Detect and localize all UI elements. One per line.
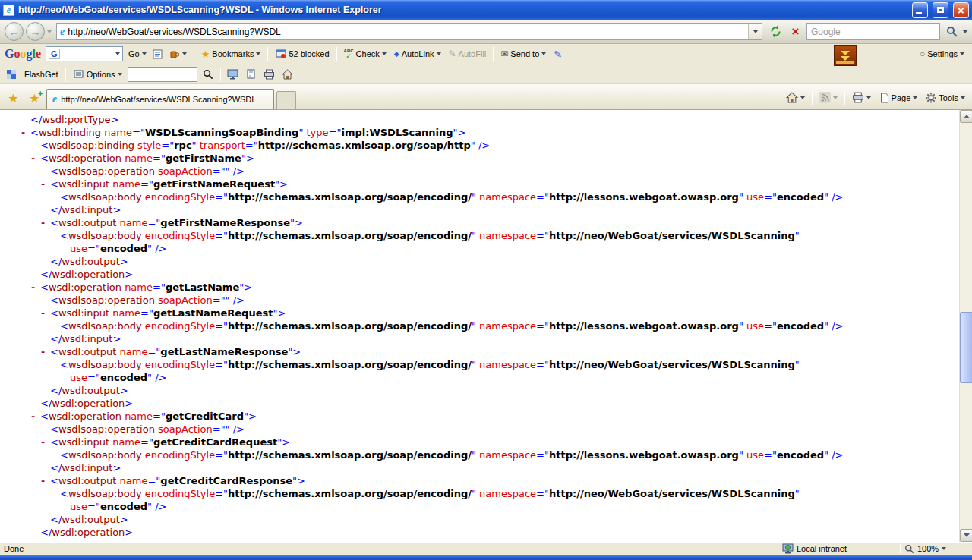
settings-ring-icon: ○ <box>920 49 925 58</box>
settings-button[interactable]: ○Settings <box>920 49 967 58</box>
home-button[interactable] <box>280 67 295 82</box>
tab-active[interactable]: e http://neo/WebGoat/services/WSDLScanni… <box>46 89 274 109</box>
scroll-up-button[interactable] <box>960 110 972 123</box>
notebook-icon[interactable] <box>152 49 163 59</box>
toolbar-separator <box>267 47 268 61</box>
spellcheck-button[interactable]: ABC✓Check <box>342 47 389 61</box>
status-text: Done <box>4 544 667 553</box>
feeds-button[interactable] <box>816 90 841 105</box>
xml-line: -<wsdl:output name="getCreditCardRespons… <box>0 474 959 487</box>
bookmarks-star-icon: ★ <box>201 49 210 59</box>
collapse-marker[interactable]: - <box>40 307 50 320</box>
pen-icon: ✎ <box>554 49 562 60</box>
send-to-envelope-icon: ✉ <box>500 49 508 59</box>
home-menu-button[interactable] <box>783 90 808 105</box>
minimize-button[interactable] <box>912 2 928 18</box>
print-menu-button[interactable] <box>849 90 874 105</box>
collapse-marker[interactable]: - <box>40 436 50 449</box>
printer-icon <box>852 92 864 103</box>
search-options-dropdown[interactable] <box>963 30 967 33</box>
vertical-scrollbar[interactable] <box>959 110 972 542</box>
xml-line: </wsdl:output> <box>0 513 959 526</box>
toolbar-separator <box>493 47 494 61</box>
google-search-dropdown[interactable] <box>115 52 120 55</box>
xml-line: -<wsdl:output name="getLastNameResponse"… <box>0 345 959 358</box>
google-logo[interactable]: Google <box>5 48 41 60</box>
xml-line: <wsdlsoap:body encodingStyle="http://sch… <box>0 229 959 242</box>
back-button[interactable]: ← <box>5 22 24 41</box>
page-icon <box>879 93 889 103</box>
collapse-marker[interactable]: - <box>21 127 30 140</box>
recent-pages-dropdown[interactable] <box>47 30 52 33</box>
download-list-button[interactable] <box>244 67 259 82</box>
collapse-marker[interactable]: - <box>30 282 40 294</box>
address-dropdown-button[interactable] <box>748 24 762 39</box>
search-button[interactable] <box>942 23 961 40</box>
flashget-drop-target[interactable] <box>834 45 857 66</box>
favorites-star-icon: ★ <box>8 93 18 105</box>
refresh-button[interactable] <box>767 23 784 40</box>
bookmarks-button[interactable]: ★Bookmarks <box>199 48 264 61</box>
magnifier-icon <box>203 69 213 80</box>
flashget-progress-strip <box>836 61 854 64</box>
status-separator <box>778 544 778 553</box>
home-icon <box>786 92 798 103</box>
highlighter-button[interactable]: ✎ <box>551 47 564 61</box>
xml-line: <wsdlsoap:operation soapAction="" /> <box>0 294 959 307</box>
zoom-level: 100% <box>917 544 939 553</box>
collapse-marker[interactable]: - <box>30 153 40 165</box>
xml-line: <wsdlsoap:body encodingStyle="http://sch… <box>0 487 959 500</box>
collapse-marker[interactable]: - <box>40 475 50 488</box>
home-icon <box>282 69 293 80</box>
autolink-button[interactable]: ◆AutoLink <box>392 48 443 60</box>
tools-menu-button[interactable]: Tools <box>923 91 968 105</box>
send-to-button[interactable]: ✉Send to <box>498 47 548 61</box>
favorites-center-button[interactable]: ★ <box>4 89 23 108</box>
popup-blocker-button[interactable]: 52 blocked <box>273 47 331 61</box>
xml-line: use="encoded" /> <box>0 500 959 513</box>
flashget-toolbar: FlashGet Options <box>0 64 972 84</box>
flashget-search-button[interactable] <box>200 67 216 82</box>
scrollbar-thumb[interactable] <box>960 312 972 383</box>
toolbar-separator <box>220 68 221 81</box>
ie-page-icon: e <box>3 5 14 16</box>
page-menu-button[interactable]: Page <box>876 91 921 105</box>
command-bar: Page Tools <box>783 87 968 108</box>
address-text[interactable]: http://neo/WebGoat/services/WSDLScanning… <box>68 27 745 37</box>
search-box[interactable]: Google <box>806 23 940 40</box>
google-search-input[interactable]: G <box>46 46 123 61</box>
download-list-icon <box>246 69 257 80</box>
zoom-control[interactable]: 100% <box>904 544 968 554</box>
tab-bar: ★ ★+ e http://neo/WebGoat/services/WSDLS… <box>0 84 972 110</box>
flashget-options-button[interactable]: Options <box>71 68 125 81</box>
collapse-marker[interactable]: - <box>40 346 50 359</box>
collapse-marker[interactable]: - <box>40 217 50 230</box>
new-tab-stub[interactable] <box>276 91 296 109</box>
xml-line: -<wsdl:operation name="getLastName"> <box>0 281 959 294</box>
search-placeholder: Google <box>811 27 841 37</box>
collapse-marker[interactable]: - <box>30 411 40 423</box>
collapse-marker[interactable]: - <box>40 178 50 191</box>
autofill-button[interactable]: ✎AutoFill <box>447 47 489 61</box>
scroll-down-button[interactable] <box>960 529 972 542</box>
search-icon <box>946 26 958 37</box>
add-favorite-button[interactable]: ★+ <box>25 89 44 108</box>
close-button[interactable]: × <box>953 2 969 18</box>
print-button[interactable] <box>262 67 277 82</box>
google-go-button[interactable]: Go <box>126 48 149 60</box>
address-bar[interactable]: e http://neo/WebGoat/services/WSDLScanni… <box>56 23 762 40</box>
toolbar-separator <box>336 47 337 61</box>
xml-line: -<wsdl:binding name="WSDLScanningSoapBin… <box>0 126 959 139</box>
stop-button[interactable]: × <box>787 23 804 40</box>
monitor-button[interactable] <box>226 67 241 82</box>
zoom-dropdown[interactable] <box>942 547 946 550</box>
xml-line: -<wsdl:input name="getCreditCardRequest"… <box>0 436 959 448</box>
security-zone-pane[interactable]: Local intranet <box>782 543 896 554</box>
xml-line: </wsdl:output> <box>0 255 959 268</box>
xml-line: -<wsdl:operation name="getCreditCard"> <box>0 410 959 423</box>
xml-line: <wsdlsoap:operation soapAction="" /> <box>0 165 959 178</box>
restore-button[interactable] <box>933 2 948 18</box>
mug-button[interactable] <box>166 47 189 61</box>
flashget-search-input[interactable] <box>128 67 197 82</box>
forward-button[interactable]: → <box>26 22 45 41</box>
